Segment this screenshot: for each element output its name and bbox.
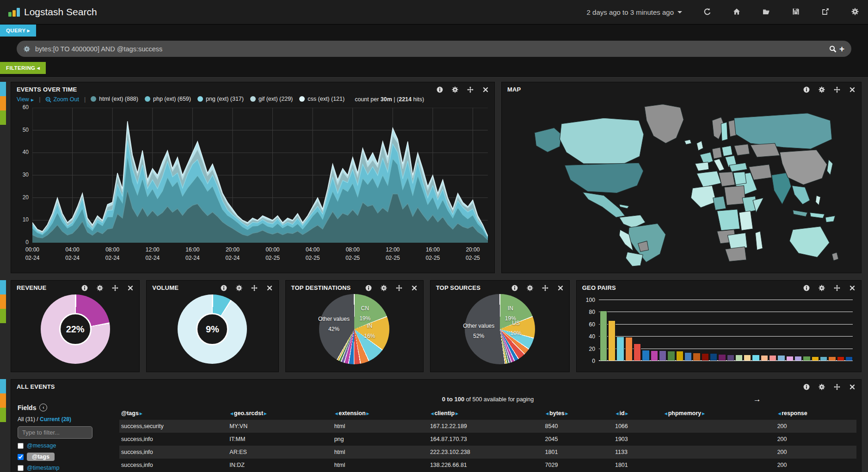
bar[interactable] xyxy=(828,356,836,361)
world-map[interactable] xyxy=(502,94,861,267)
bar[interactable] xyxy=(794,356,802,361)
events-area-chart[interactable]: 0102030405060 xyxy=(32,108,488,243)
save-icon[interactable] xyxy=(792,8,800,16)
column-header[interactable]: ◂phpmemory▸ xyxy=(662,407,775,420)
bar[interactable] xyxy=(769,355,776,361)
close-icon[interactable] xyxy=(127,285,134,291)
refresh-icon[interactable] xyxy=(703,8,712,16)
sort-left-icon[interactable]: ◂ xyxy=(334,411,339,416)
map-country-shape[interactable] xyxy=(733,172,746,185)
next-page-arrow-icon[interactable]: → xyxy=(753,395,761,404)
top-destinations-pie-chart[interactable]: CN19%IN16%Other values42% xyxy=(319,294,389,364)
query-tab[interactable]: QUERY ▸ xyxy=(0,25,36,37)
map-country-shape[interactable] xyxy=(714,159,725,171)
table-cell[interactable]: 1903 xyxy=(613,433,662,446)
info-icon[interactable] xyxy=(81,285,88,291)
column-header[interactable]: ◂response xyxy=(776,407,856,420)
query-input[interactable] xyxy=(34,45,825,53)
fields-all-link[interactable]: All (31) xyxy=(18,416,35,423)
info-icon[interactable] xyxy=(803,285,810,291)
field-item[interactable]: @tags xyxy=(18,453,116,461)
bar[interactable] xyxy=(735,355,743,361)
table-cell[interactable]: MY:VN xyxy=(228,420,332,433)
map-country-shape[interactable] xyxy=(712,147,722,159)
map-country-shape[interactable] xyxy=(684,140,691,145)
sort-left-icon[interactable]: ◂ xyxy=(545,411,550,416)
folder-open-icon[interactable] xyxy=(763,8,771,16)
table-cell[interactable]: 1066 xyxy=(613,420,662,433)
bar[interactable] xyxy=(812,356,819,361)
bar[interactable] xyxy=(616,337,624,361)
info-icon[interactable] xyxy=(803,384,810,390)
map-country-shape[interactable] xyxy=(583,192,625,218)
map-country-shape[interactable] xyxy=(790,227,830,257)
field-label[interactable]: @tags xyxy=(27,453,55,461)
table-cell[interactable]: html xyxy=(332,459,428,472)
map-country-shape[interactable] xyxy=(751,143,780,157)
map-country-shape[interactable] xyxy=(560,118,644,164)
sort-right-icon[interactable]: ▸ xyxy=(263,411,268,416)
filtering-tab[interactable]: FILTERING ◂ xyxy=(0,62,46,74)
move-icon[interactable] xyxy=(467,86,474,93)
legend-item[interactable]: css (ext) (121) xyxy=(299,96,345,102)
gear-icon[interactable] xyxy=(819,86,825,93)
info-icon[interactable] xyxy=(365,285,372,291)
bar[interactable] xyxy=(702,353,709,361)
bar[interactable] xyxy=(693,353,700,361)
close-icon[interactable] xyxy=(849,86,856,93)
table-cell[interactable]: 164.87.170.73 xyxy=(428,433,543,446)
move-icon[interactable] xyxy=(542,285,548,291)
table-cell[interactable]: html xyxy=(332,420,428,433)
bar[interactable] xyxy=(761,355,768,361)
table-row[interactable]: success,infoIT:MMpng164.87.170.732045190… xyxy=(119,433,856,446)
bar[interactable] xyxy=(676,351,683,361)
map-country-shape[interactable] xyxy=(756,231,763,250)
map-country-shape[interactable] xyxy=(645,104,684,143)
bar[interactable] xyxy=(651,350,658,361)
move-icon[interactable] xyxy=(396,285,402,291)
bar[interactable] xyxy=(642,350,649,361)
field-label[interactable]: @message xyxy=(27,442,56,449)
sort-right-icon[interactable]: ▸ xyxy=(565,411,569,416)
column-header[interactable]: ◂geo.srcdst▸ xyxy=(228,407,332,420)
table-row[interactable]: success,securityMY:VNhtml167.12.22.18985… xyxy=(119,420,856,433)
map-country-shape[interactable] xyxy=(565,163,643,193)
move-icon[interactable] xyxy=(834,86,840,93)
close-icon[interactable] xyxy=(849,285,856,291)
bar[interactable] xyxy=(786,356,794,361)
table-cell[interactable]: AR:ES xyxy=(228,446,332,459)
bar[interactable] xyxy=(727,355,734,361)
row-color-tabs[interactable] xyxy=(0,379,6,422)
fields-current-link[interactable]: Current (28) xyxy=(40,416,71,423)
map-country-shape[interactable] xyxy=(816,196,821,205)
info-icon[interactable] xyxy=(511,285,518,291)
bar[interactable] xyxy=(718,354,726,361)
map-country-shape[interactable] xyxy=(626,252,643,266)
info-icon[interactable] xyxy=(221,285,227,291)
move-icon[interactable] xyxy=(834,285,840,291)
sort-right-icon[interactable]: ▸ xyxy=(455,411,459,416)
table-cell[interactable]: 200 xyxy=(776,459,856,472)
field-filter-input[interactable] xyxy=(18,426,92,439)
table-cell[interactable]: 222.23.102.238 xyxy=(428,446,543,459)
gear-icon[interactable] xyxy=(97,285,103,291)
map-country-shape[interactable] xyxy=(734,113,832,149)
sort-right-icon[interactable]: ▸ xyxy=(139,411,143,416)
bar[interactable] xyxy=(625,337,633,361)
table-row[interactable]: success,infoAR:EShtml222.23.102.23818011… xyxy=(119,446,856,459)
table-cell[interactable]: 167.12.22.189 xyxy=(428,420,543,433)
bar[interactable] xyxy=(634,343,641,361)
map-country-shape[interactable] xyxy=(739,211,753,230)
add-query-icon[interactable]: + xyxy=(839,44,844,53)
table-cell[interactable]: png xyxy=(332,433,428,446)
bar[interactable] xyxy=(845,356,853,361)
map-country-shape[interactable] xyxy=(697,171,721,187)
table-cell[interactable]: success,info xyxy=(119,446,228,459)
share-icon[interactable] xyxy=(822,8,830,16)
map-country-shape[interactable] xyxy=(713,196,726,210)
table-row[interactable]: success,infoIN:DZhtml138.226.66.81702918… xyxy=(119,459,856,472)
table-cell[interactable]: success,info xyxy=(119,459,228,472)
table-cell[interactable]: 1801 xyxy=(543,446,613,459)
info-icon[interactable] xyxy=(803,86,810,93)
table-cell[interactable]: 138.226.66.81 xyxy=(428,459,543,472)
